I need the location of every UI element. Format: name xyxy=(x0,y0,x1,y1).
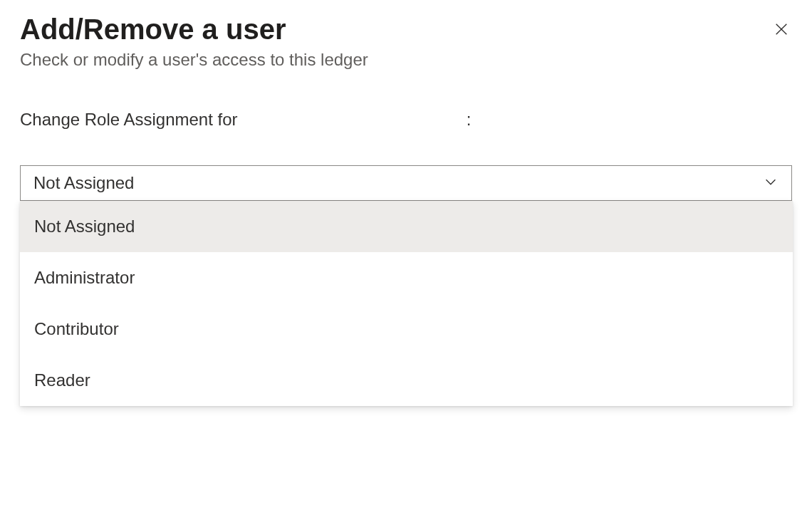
role-assignment-label: Change Role Assignment for : xyxy=(20,110,792,130)
role-option-not-assigned[interactable]: Not Assigned xyxy=(20,201,793,252)
role-option-administrator[interactable]: Administrator xyxy=(20,252,793,303)
role-option-label: Administrator xyxy=(34,268,135,288)
close-icon xyxy=(774,21,789,39)
role-option-contributor[interactable]: Contributor xyxy=(20,303,793,355)
role-dropdown-list: Not Assigned Administrator Contributor R… xyxy=(20,201,793,406)
role-option-reader[interactable]: Reader xyxy=(20,355,793,406)
role-select[interactable]: Not Assigned xyxy=(20,165,792,201)
role-option-label: Contributor xyxy=(34,319,119,339)
role-option-label: Not Assigned xyxy=(34,217,135,236)
panel-title: Add/Remove a user xyxy=(20,13,286,46)
role-option-label: Reader xyxy=(34,370,90,390)
panel-subtitle: Check or modify a user's access to this … xyxy=(20,50,792,70)
role-select-value: Not Assigned xyxy=(33,173,134,193)
close-button[interactable] xyxy=(768,16,795,45)
chevron-down-icon xyxy=(763,174,779,192)
label-prefix: Change Role Assignment for xyxy=(20,110,238,129)
label-suffix: : xyxy=(467,110,472,129)
